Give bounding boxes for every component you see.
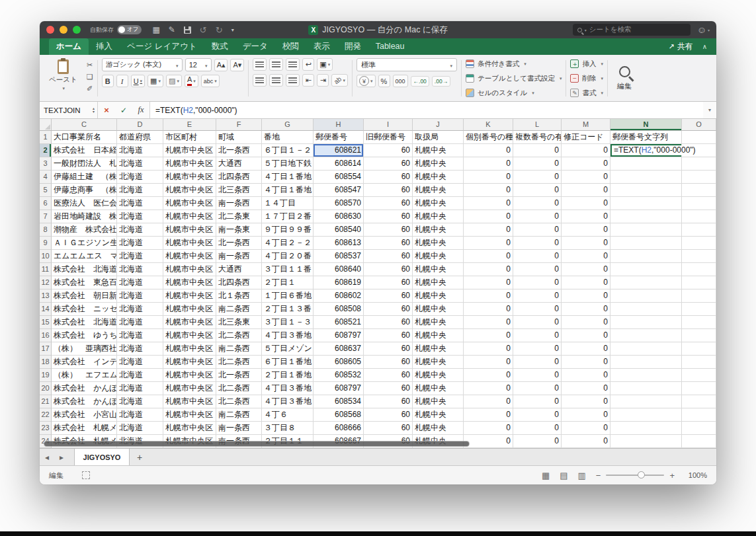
column-header-C[interactable]: C: [52, 119, 117, 131]
cell-I9[interactable]: 60: [364, 237, 413, 250]
cell-E8[interactable]: 札幌市中央区: [163, 223, 216, 237]
cell-J4[interactable]: 札幌中央: [413, 171, 464, 184]
cell-H22[interactable]: 608568: [314, 408, 364, 422]
table-icon[interactable]: ▦: [152, 25, 159, 34]
cell-N3[interactable]: [610, 157, 682, 171]
cell-N9[interactable]: [610, 237, 682, 250]
cell-O6[interactable]: [682, 197, 716, 210]
cell-O1[interactable]: [682, 131, 716, 144]
cell-L8[interactable]: 0: [513, 223, 562, 237]
italic-button[interactable]: I: [116, 75, 128, 87]
column-header-M[interactable]: M: [562, 119, 610, 131]
format-painter-button[interactable]: ✐: [87, 84, 93, 93]
cell-G3[interactable]: ５丁目地下鉄: [262, 157, 314, 171]
cell-N12[interactable]: [610, 276, 682, 289]
cell-L9[interactable]: 0: [513, 237, 562, 250]
cell-D4[interactable]: 北海道: [117, 171, 163, 184]
cell-L13[interactable]: 0: [513, 289, 562, 303]
cell-L17[interactable]: 0: [513, 342, 562, 356]
sheet-search-input[interactable]: ▾ シートを検索: [573, 24, 691, 36]
column-header-H[interactable]: H: [314, 119, 364, 131]
row-header-22[interactable]: 22: [40, 408, 52, 422]
cell-J19[interactable]: 札幌中央: [413, 369, 464, 382]
column-header-I[interactable]: I: [364, 119, 413, 131]
cell-G22[interactable]: ４丁６: [262, 408, 314, 422]
cell-C20[interactable]: 株式会社 かんぽ: [52, 382, 117, 395]
cell-I11[interactable]: 60: [364, 263, 413, 276]
cell-L11[interactable]: 0: [513, 263, 562, 276]
next-sheet-button[interactable]: ▸: [54, 449, 69, 465]
cell-F23[interactable]: 南一条西: [216, 422, 262, 435]
cell-J9[interactable]: 札幌中央: [413, 237, 464, 250]
cell-J13[interactable]: 札幌中央: [413, 289, 464, 303]
cell-J3[interactable]: 札幌中央: [413, 157, 464, 171]
cell-I19[interactable]: 60: [364, 369, 413, 382]
ribbon-tab-Tableau[interactable]: Tableau: [368, 38, 412, 55]
cell-N5[interactable]: [610, 184, 682, 197]
cell-I1[interactable]: 旧郵便番号: [364, 131, 413, 144]
cell-I16[interactable]: 60: [364, 329, 413, 342]
percent-format-button[interactable]: %: [378, 75, 390, 87]
cell-O23[interactable]: [682, 422, 716, 435]
cell-J12[interactable]: 札幌中央: [413, 276, 464, 289]
cell-M24[interactable]: 0: [562, 435, 610, 448]
increase-decimal-button[interactable]: ←.00: [411, 76, 429, 87]
cell-F11[interactable]: 大通西: [216, 263, 262, 276]
cell-O3[interactable]: [682, 157, 716, 171]
cell-D19[interactable]: 北海道: [117, 369, 163, 382]
cell-G17[interactable]: ５丁目メゾン: [262, 342, 314, 356]
cell-E22[interactable]: 札幌市中央区: [163, 408, 216, 422]
cell-D14[interactable]: 北海道: [117, 303, 163, 316]
cell-C16[interactable]: 株式会社 ゆうち: [52, 329, 117, 342]
cell-G2[interactable]: ６丁目１－２: [262, 144, 314, 157]
cell-K10[interactable]: 0: [464, 250, 513, 263]
cell-E17[interactable]: 札幌市中央区: [163, 342, 216, 356]
cell-K23[interactable]: 0: [464, 422, 513, 435]
insert-function-button[interactable]: fx: [132, 102, 149, 118]
cell-I7[interactable]: 60: [364, 210, 413, 223]
cell-L14[interactable]: 0: [513, 303, 562, 316]
cell-L5[interactable]: 0: [513, 184, 562, 197]
cell-J7[interactable]: 札幌中央: [413, 210, 464, 223]
toolbar-chevron-icon[interactable]: ▾: [231, 27, 234, 33]
autosave-switch[interactable]: オフ: [117, 25, 142, 34]
paste-button[interactable]: ペースト: [45, 58, 81, 93]
cell-H19[interactable]: 608532: [314, 369, 364, 382]
cell-I12[interactable]: 60: [364, 276, 413, 289]
cell-D12[interactable]: 北海道: [117, 276, 163, 289]
cell-I6[interactable]: 60: [364, 197, 413, 210]
cell-M5[interactable]: 0: [562, 184, 610, 197]
cell-N8[interactable]: [610, 223, 682, 237]
align-center-button[interactable]: [269, 74, 283, 87]
cell-D9[interactable]: 北海道: [117, 237, 163, 250]
cell-C17[interactable]: （株） 亜璃西社: [52, 342, 117, 356]
cell-I4[interactable]: 60: [364, 171, 413, 184]
cell-E15[interactable]: 札幌市中央区: [163, 316, 216, 329]
decrease-decimal-button[interactable]: .00→: [432, 76, 450, 87]
row-header-17[interactable]: 17: [40, 342, 52, 356]
cell-D23[interactable]: 北海道: [117, 422, 163, 435]
cell-O9[interactable]: [682, 237, 716, 250]
page-layout-view-icon[interactable]: ▤: [560, 471, 567, 480]
share-button[interactable]: ↗ 共有: [668, 41, 693, 52]
cell-F22[interactable]: 南二条西: [216, 408, 262, 422]
zoom-out-button[interactable]: −: [596, 471, 601, 480]
cell-H15[interactable]: 608521: [314, 316, 364, 329]
autosave-toggle[interactable]: 自動保存 オフ: [90, 25, 142, 34]
cell-C21[interactable]: 株式会社 かんぽ: [52, 395, 117, 408]
cell-M18[interactable]: 0: [562, 356, 610, 369]
delete-cells-button[interactable]: − 削除: [570, 73, 603, 84]
row-header-16[interactable]: 16: [40, 329, 52, 342]
cell-K2[interactable]: 0: [464, 144, 513, 157]
cell-I13[interactable]: 60: [364, 289, 413, 303]
cell-K19[interactable]: 0: [464, 369, 513, 382]
name-box-stepper[interactable]: ▴ ▾: [93, 102, 97, 118]
cell-K12[interactable]: 0: [464, 276, 513, 289]
page-break-view-icon[interactable]: ▥: [578, 471, 586, 480]
cell-L19[interactable]: 0: [513, 369, 562, 382]
cell-H13[interactable]: 608602: [314, 289, 364, 303]
cell-K11[interactable]: 0: [464, 263, 513, 276]
cell-C22[interactable]: 株式会社 小宮山: [52, 408, 117, 422]
cell-M12[interactable]: 0: [562, 276, 610, 289]
cell-F12[interactable]: 北四条西: [216, 276, 262, 289]
